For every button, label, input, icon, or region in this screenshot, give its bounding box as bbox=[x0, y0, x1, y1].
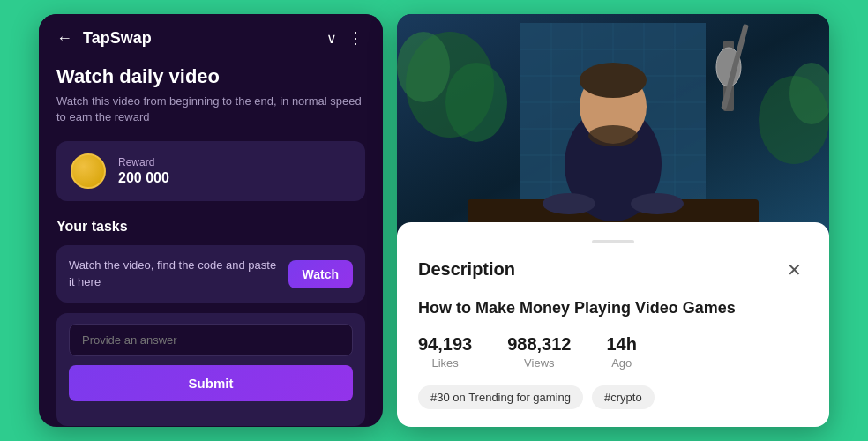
header-left: ← TapSwap bbox=[56, 29, 152, 48]
svg-point-18 bbox=[542, 193, 595, 214]
right-panel: Description ✕ How to Make Money Playing … bbox=[397, 14, 829, 427]
task-card: Watch the video, find the code and paste… bbox=[56, 245, 365, 302]
stats-row: 94,193 Likes 988,312 Views 14h Ago bbox=[418, 334, 808, 370]
tag-trending: #30 on Trending for gaming bbox=[418, 385, 583, 409]
watch-button[interactable]: Watch bbox=[288, 260, 353, 288]
reward-card: Reward 200 000 bbox=[56, 141, 365, 201]
drag-handle bbox=[592, 240, 634, 243]
reward-label: Reward bbox=[118, 156, 169, 168]
task-answer-area: Submit bbox=[56, 313, 365, 426]
stat-ago-value: 14h bbox=[606, 334, 636, 355]
stat-likes: 94,193 Likes bbox=[418, 334, 472, 370]
mobile-app: ← TapSwap ∨ ⋮ Watch daily video Watch th… bbox=[39, 14, 383, 427]
page-subtitle: Watch this video from beginning to the e… bbox=[56, 93, 365, 125]
task-description: Watch the video, find the code and paste… bbox=[69, 258, 280, 289]
svg-point-15 bbox=[445, 63, 507, 142]
description-header: Description ✕ bbox=[418, 256, 808, 284]
page-title: Watch daily video bbox=[56, 65, 365, 88]
video-background bbox=[397, 14, 829, 236]
chevron-down-icon[interactable]: ∨ bbox=[326, 30, 337, 47]
reward-amount: 200 000 bbox=[118, 170, 169, 186]
video-title: How to Make Money Playing Video Games bbox=[418, 298, 808, 318]
stat-views: 988,312 Views bbox=[507, 334, 571, 370]
tags-row: #30 on Trending for gaming #crypto bbox=[418, 385, 808, 409]
coin-icon bbox=[71, 153, 106, 189]
svg-point-19 bbox=[631, 193, 684, 214]
app-header: ← TapSwap ∨ ⋮ bbox=[39, 14, 383, 58]
stat-views-label: Views bbox=[524, 356, 554, 370]
menu-icon[interactable]: ⋮ bbox=[348, 28, 365, 48]
app-title: TapSwap bbox=[83, 29, 152, 48]
video-area bbox=[397, 14, 829, 236]
tag-crypto: #crypto bbox=[592, 385, 655, 409]
svg-point-22 bbox=[588, 125, 638, 146]
stat-ago-label: Ago bbox=[611, 356, 632, 370]
stat-likes-label: Likes bbox=[431, 356, 458, 370]
svg-point-21 bbox=[580, 63, 647, 98]
reward-info: Reward 200 000 bbox=[118, 156, 169, 186]
description-panel: Description ✕ How to Make Money Playing … bbox=[397, 222, 829, 427]
stat-likes-value: 94,193 bbox=[418, 334, 472, 355]
app-content: Watch daily video Watch this video from … bbox=[39, 58, 383, 427]
header-right: ∨ ⋮ bbox=[326, 28, 365, 48]
description-title: Description bbox=[418, 259, 515, 280]
close-button[interactable]: ✕ bbox=[780, 256, 808, 284]
stat-views-value: 988,312 bbox=[507, 334, 571, 355]
svg-point-14 bbox=[397, 32, 450, 102]
tasks-title: Your tasks bbox=[56, 219, 365, 235]
submit-button[interactable]: Submit bbox=[69, 365, 353, 401]
back-button[interactable]: ← bbox=[56, 29, 72, 48]
stat-ago: 14h Ago bbox=[606, 334, 636, 370]
answer-input[interactable] bbox=[69, 324, 353, 356]
